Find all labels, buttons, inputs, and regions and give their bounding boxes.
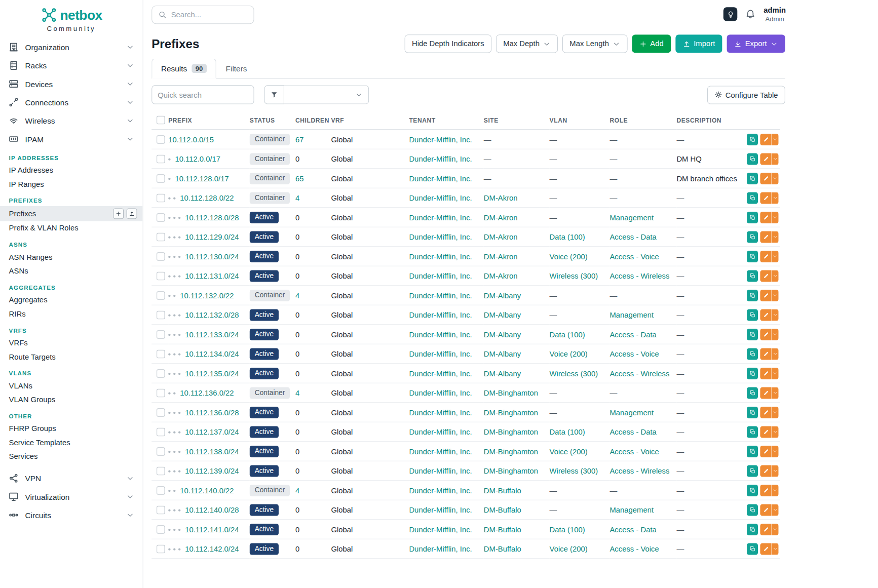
theme-toggle-button[interactable] [723,8,738,22]
row-checkbox[interactable] [157,525,165,534]
site-link[interactable]: DM-Binghamton [484,466,538,475]
role-link[interactable]: Management [609,310,654,319]
sidebar-item-prefixes[interactable]: Prefixes [0,206,143,221]
row-checkbox[interactable] [157,330,165,339]
max-depth-dropdown[interactable]: Max Depth [496,34,558,53]
edit-dropdown-button[interactable] [771,192,778,204]
site-link[interactable]: DM-Akron [484,271,518,280]
tenant-link[interactable]: Dunder-Mifflin, Inc. [409,388,472,397]
edit-dropdown-button[interactable] [771,484,778,496]
sidebar-item-ip-ranges[interactable]: IP Ranges [0,177,143,191]
clone-button[interactable] [747,309,758,321]
edit-button[interactable] [760,192,771,204]
row-checkbox[interactable] [157,155,165,164]
sidebar-item-connections[interactable]: Connections [0,93,143,111]
edit-button[interactable] [760,465,771,477]
tenant-link[interactable]: Dunder-Mifflin, Inc. [409,193,472,202]
clone-button[interactable] [747,211,758,223]
sidebar-item-aggregates[interactable]: Aggregates [0,293,143,307]
site-link[interactable]: DM-Binghamton [484,427,538,436]
edit-button[interactable] [760,133,771,145]
edit-button[interactable] [760,250,771,262]
site-link[interactable]: DM-Binghamton [484,447,538,456]
clone-button[interactable] [747,426,758,438]
tenant-link[interactable]: Dunder-Mifflin, Inc. [409,427,472,436]
row-checkbox[interactable] [157,233,165,242]
clone-button[interactable] [747,367,758,379]
row-checkbox[interactable] [157,174,165,183]
max-length-dropdown[interactable]: Max Length [562,34,627,53]
edit-button[interactable] [760,172,771,184]
role-link[interactable]: Access - Data [609,232,656,241]
sidebar-item-racks[interactable]: Racks [0,56,143,74]
site-link[interactable]: DM-Albany [484,291,521,300]
filter-field-select[interactable] [284,85,369,104]
prefix-link[interactable]: 10.112.140.0/22 [180,486,234,495]
column-header-role[interactable]: ROLE [609,111,676,130]
row-checkbox[interactable] [157,545,165,554]
row-checkbox[interactable] [157,447,165,456]
tenant-link[interactable]: Dunder-Mifflin, Inc. [409,466,472,475]
row-checkbox[interactable] [157,194,165,203]
sidebar-item-vlans[interactable]: VLANs [0,379,143,393]
role-link[interactable]: Access - Voice [609,349,659,358]
edit-dropdown-button[interactable] [771,543,778,555]
vlan-link[interactable]: Voice (200) [550,349,588,358]
vlan-link[interactable]: Data (100) [550,232,585,241]
vlan-link[interactable]: Voice (200) [550,544,588,553]
tenant-link[interactable]: Dunder-Mifflin, Inc. [409,154,472,163]
clone-button[interactable] [747,192,758,204]
notifications-button[interactable] [745,8,756,20]
edit-button[interactable] [760,426,771,438]
sidebar-item-virtualization[interactable]: Virtualization [0,488,143,506]
row-checkbox[interactable] [157,389,165,398]
row-checkbox[interactable] [157,350,165,359]
edit-dropdown-button[interactable] [771,211,778,223]
site-link[interactable]: DM-Akron [484,193,518,202]
children-link[interactable]: 4 [295,193,299,202]
tenant-link[interactable]: Dunder-Mifflin, Inc. [409,447,472,456]
sidebar-item-asns[interactable]: ASNs [0,264,143,278]
role-link[interactable]: Management [609,408,654,417]
role-link[interactable]: Access - Data [609,427,656,436]
sidebar-item-devices[interactable]: Devices [0,74,143,93]
clone-button[interactable] [747,250,758,262]
site-link[interactable]: DM-Buffalo [484,486,521,495]
user-menu[interactable]: admin Admin [764,6,786,23]
role-link[interactable]: Access - Wireless [609,271,669,280]
tenant-link[interactable]: Dunder-Mifflin, Inc. [409,349,472,358]
column-header-status[interactable]: STATUS [250,111,295,130]
edit-dropdown-button[interactable] [771,309,778,321]
edit-dropdown-button[interactable] [771,426,778,438]
clone-button[interactable] [747,387,758,399]
sidebar-item-asn-ranges[interactable]: ASN Ranges [0,250,143,264]
hide-depth-indicators-button[interactable]: Hide Depth Indicators [405,34,491,53]
site-link[interactable]: DM-Buffalo [484,505,521,514]
row-checkbox[interactable] [157,369,165,378]
edit-dropdown-button[interactable] [771,348,778,360]
tab-results[interactable]: Results 90 [151,59,216,79]
site-link[interactable]: DM-Akron [484,213,518,222]
edit-button[interactable] [760,406,771,418]
tenant-link[interactable]: Dunder-Mifflin, Inc. [409,291,472,300]
configure-table-button[interactable]: Configure Table [707,86,785,104]
clone-button[interactable] [747,172,758,184]
edit-dropdown-button[interactable] [771,465,778,477]
tenant-link[interactable]: Dunder-Mifflin, Inc. [409,252,472,261]
vlan-link[interactable]: Voice (200) [550,447,588,456]
clone-button[interactable] [747,523,758,535]
role-link[interactable]: Access - Wireless [609,466,669,475]
edit-button[interactable] [760,231,771,243]
tenant-link[interactable]: Dunder-Mifflin, Inc. [409,544,472,553]
row-checkbox[interactable] [157,428,165,437]
site-link[interactable]: DM-Akron [484,252,518,261]
sidebar-item-fhrp-groups[interactable]: FHRP Groups [0,422,143,436]
prefix-link[interactable]: 10.112.133.0/24 [185,330,239,339]
edit-button[interactable] [760,445,771,457]
edit-dropdown-button[interactable] [771,289,778,301]
column-header-vrf[interactable]: VRF [331,111,409,130]
prefix-link[interactable]: 10.112.129.0/24 [185,232,239,241]
column-header-prefix[interactable]: PREFIX [168,111,250,130]
clone-button[interactable] [747,328,758,340]
tab-filters[interactable]: Filters [216,59,256,79]
